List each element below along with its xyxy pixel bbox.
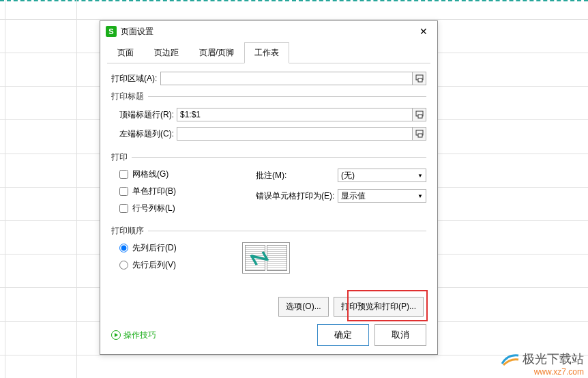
dialog-titlebar: S 页面设置 ✕ [100, 21, 437, 42]
comments-dropdown[interactable]: (无) ▼ [338, 169, 426, 182]
over-then-down-label: 先行后列(V) [132, 259, 176, 271]
left-col-range-button[interactable] [413, 127, 426, 141]
comments-label: 批注(M): [256, 170, 338, 181]
watermark-text: 极光下载站 [523, 351, 584, 367]
svg-rect-1 [418, 78, 422, 82]
top-row-range-button[interactable] [413, 108, 426, 121]
options-button[interactable]: 选项(O)... [278, 297, 328, 317]
errors-label: 错误单元格打印为(E): [256, 190, 338, 202]
errors-value: 显示值 [341, 190, 366, 202]
row-col-headings-label: 行号列标(L) [132, 203, 175, 214]
close-icon: ✕ [420, 26, 428, 37]
left-col-input[interactable] [177, 127, 413, 141]
print-legend: 打印 [111, 151, 132, 163]
print-area-input[interactable] [160, 72, 413, 85]
print-area-label: 打印区域(A): [111, 73, 160, 85]
left-col-label: 左端标题列(C): [119, 128, 177, 140]
down-then-over-radio[interactable] [119, 244, 128, 252]
top-row-label: 顶端标题行(R): [119, 109, 177, 121]
dialog-content: 打印区域(A): 打印标题 顶端标题行(R): 左端标题列(C): [100, 63, 437, 325]
dialog-title: 页面设置 [121, 26, 415, 38]
range-select-icon [415, 74, 424, 83]
print-group: 打印 网格线(G) 单色打印(B) 行号列标(L) [111, 151, 426, 220]
comments-value: (无) [341, 170, 355, 181]
print-order-group: 打印顺序 先列后行(D) 先行后列(V) Z [111, 225, 426, 276]
tab-margins[interactable]: 页边距 [144, 42, 189, 63]
chevron-down-icon: ▼ [417, 193, 423, 199]
top-row-input[interactable] [177, 108, 413, 121]
watermark-url: www.xz7.com [501, 367, 584, 377]
print-titles-group: 打印标题 顶端标题行(R): 左端标题列(C): [111, 91, 426, 146]
gridlines-checkbox[interactable] [119, 170, 128, 179]
print-area-range-button[interactable] [413, 72, 426, 85]
tabs: 页面 页边距 页眉/页脚 工作表 [107, 42, 430, 63]
tips-label: 操作技巧 [123, 330, 156, 341]
print-order-diagram: Z [242, 242, 290, 274]
play-icon [111, 330, 121, 340]
svg-rect-3 [418, 115, 422, 118]
page-setup-dialog: S 页面设置 ✕ 页面 页边距 页眉/页脚 工作表 打印区域(A): 打印标题 … [100, 20, 438, 355]
tab-sheet[interactable]: 工作表 [244, 42, 289, 63]
tab-page[interactable]: 页面 [107, 42, 144, 63]
tips-link[interactable]: 操作技巧 [111, 330, 156, 341]
errors-dropdown[interactable]: 显示值 ▼ [338, 189, 426, 203]
svg-rect-5 [418, 134, 422, 137]
black-white-label: 单色打印(B) [132, 186, 176, 197]
down-then-over-label: 先列后行(D) [132, 242, 177, 254]
dialog-footer: 操作技巧 确定 取消 [100, 319, 437, 354]
row-col-headings-checkbox[interactable] [119, 204, 128, 213]
print-order-legend: 打印顺序 [111, 225, 148, 237]
print-titles-legend: 打印标题 [111, 91, 148, 102]
tab-header-footer[interactable]: 页眉/页脚 [189, 42, 244, 63]
black-white-checkbox[interactable] [119, 187, 128, 196]
cancel-button[interactable]: 取消 [374, 324, 426, 346]
app-icon: S [106, 26, 117, 37]
range-select-icon [415, 111, 424, 119]
over-then-down-radio[interactable] [119, 261, 128, 270]
range-select-icon [415, 130, 424, 138]
watermark: 极光下载站 www.xz7.com [501, 351, 584, 377]
ok-button[interactable]: 确定 [317, 324, 369, 346]
chevron-down-icon: ▼ [417, 173, 423, 179]
close-button[interactable]: ✕ [415, 23, 432, 40]
print-preview-button[interactable]: 打印预览和打印(P)... [334, 297, 424, 317]
gridlines-label: 网格线(G) [132, 169, 168, 180]
watermark-logo-icon [501, 351, 520, 366]
